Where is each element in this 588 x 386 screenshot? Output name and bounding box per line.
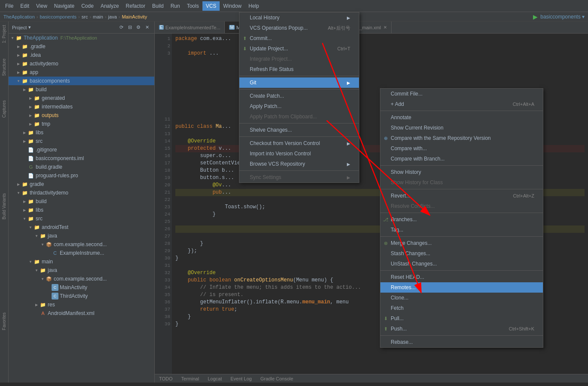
menu-file[interactable]: File <box>2 1 17 11</box>
tab-close-4[interactable]: ✕ <box>383 25 387 30</box>
list-item[interactable]: ▼ 📁 androidTest <box>9 223 154 232</box>
list-item[interactable]: ▶ 📁 build <box>9 197 154 206</box>
menu-view[interactable]: View <box>33 1 51 11</box>
git-show-current-revision[interactable]: Show Current Revision <box>380 123 543 133</box>
sync-btn[interactable]: ⟳ <box>117 24 125 31</box>
vcs-create-patch[interactable]: Create Patch... <box>239 91 359 101</box>
list-item[interactable]: ▼ 📦 com.example.second... <box>9 240 154 249</box>
git-compare-with[interactable]: Compare with... <box>380 143 543 154</box>
vcs-browse-vcs[interactable]: Browse VCS Repository ▶ <box>239 159 359 169</box>
git-compare-branch[interactable]: Compare with Branch... <box>380 154 543 164</box>
todo-tab[interactable]: TODO <box>155 376 177 381</box>
project-dropdown[interactable]: Project ▾ <box>12 25 31 30</box>
list-item[interactable]: ▶ 📁 .gradle <box>9 42 154 51</box>
git-reset-head[interactable]: Reset HEAD... <box>380 272 543 282</box>
list-item[interactable]: ▶ 📁 build <box>9 85 154 94</box>
list-item[interactable]: ▶ 📁 outputs <box>9 111 154 120</box>
vcs-refresh-file-status[interactable]: Refresh File Status <box>239 64 359 74</box>
close-sidebar-btn[interactable]: ✕ <box>143 24 151 31</box>
vcs-apply-patch[interactable]: Apply Patch... <box>239 101 359 111</box>
git-show-history[interactable]: Show History <box>380 167 543 177</box>
vcs-checkout[interactable]: Checkout from Version Control ▶ <box>239 138 359 148</box>
menu-run[interactable]: Run <box>167 1 184 11</box>
git-pull[interactable]: ⬇ Pull... <box>380 313 543 324</box>
event-log-tab[interactable]: Event Log <box>226 376 256 381</box>
breadcrumb-module[interactable]: basiccomponents <box>40 14 77 19</box>
breadcrumb-src[interactable]: src <box>82 14 88 19</box>
git-add[interactable]: + Add Ctrl+Alt+A <box>380 99 543 109</box>
menu-window[interactable]: Window <box>220 1 245 11</box>
logcat-tab[interactable]: Logcat <box>203 376 226 381</box>
structure-tab[interactable]: Structure <box>1 55 7 80</box>
breadcrumb-file[interactable]: MainActivity <box>122 14 147 19</box>
list-item[interactable]: C ExampleInstrume... <box>9 249 154 257</box>
git-clone[interactable]: Clone... <box>380 293 543 303</box>
settings-btn[interactable]: ⚙ <box>135 24 142 31</box>
list-item[interactable]: ▶ 📁 res <box>9 300 154 309</box>
tree-mainactivity[interactable]: C MainActivity <box>9 283 154 292</box>
list-item[interactable]: ▼ 📁 java <box>9 266 154 275</box>
list-item[interactable]: ▶ 📁 src <box>9 137 154 145</box>
git-commit-file[interactable]: Commit File... <box>380 89 543 99</box>
git-remotes[interactable]: Remotes... <box>380 282 543 293</box>
gradle-tab[interactable]: Gradle Console <box>256 376 297 381</box>
menu-tools[interactable]: Tools <box>184 1 202 11</box>
git-branches[interactable]: ⎇ Branches... <box>380 214 543 225</box>
vcs-update-project[interactable]: ⬇ Update Project... Ctrl+T <box>239 43 359 54</box>
list-item[interactable]: ▼ 📁 main <box>9 257 154 266</box>
vcs-import[interactable]: Import into Version Control <box>239 148 359 159</box>
list-item[interactable]: ▼ 📁 thirdactivitydemo <box>9 188 154 197</box>
list-item[interactable]: ▶ 📁 intermediates <box>9 102 154 111</box>
list-item[interactable]: 📄 proguard-rules.pro <box>9 171 154 180</box>
list-item[interactable]: ▶ 📁 activitydemo <box>9 59 154 68</box>
list-item[interactable]: ▶ 📁 libs <box>9 128 154 137</box>
list-item[interactable]: ▶ 📁 app <box>9 68 154 77</box>
terminal-tab[interactable]: Terminal <box>177 376 204 381</box>
breadcrumb-app[interactable]: TheApplication <box>3 14 35 19</box>
list-item[interactable]: G build.gradle <box>9 163 154 171</box>
git-push[interactable]: ⬆ Push... Ctrl+Shift+K <box>380 324 543 334</box>
tree-root[interactable]: ▼ 📁 TheApplication F:\TheApplication <box>9 34 154 42</box>
menu-build[interactable]: Build <box>149 1 167 11</box>
vcs-git[interactable]: Git ▶ <box>239 77 359 88</box>
list-item[interactable]: ▶ 📁 gradle <box>9 180 154 188</box>
list-item[interactable]: ▶ 📁 .idea <box>9 51 154 59</box>
list-item[interactable]: ▼ 📦 com.example.second... <box>9 275 154 283</box>
breadcrumb-java[interactable]: java <box>108 14 117 19</box>
collapse-all-btn[interactable]: ⊟ <box>126 24 134 31</box>
tab-example-instrumented[interactable]: E ExampleInstrumentedTe... <box>155 22 225 34</box>
git-annotate[interactable]: Annotate <box>380 112 543 123</box>
breadcrumb-main[interactable]: main <box>93 14 103 19</box>
list-item[interactable]: ▼ 📁 src <box>9 214 154 223</box>
run-btn[interactable]: ▶ <box>533 13 538 20</box>
project-tab[interactable]: 1: Project <box>1 22 7 46</box>
vcs-operations-popup[interactable]: VCS Operations Popup... Alt+后引号 <box>239 23 359 33</box>
list-item[interactable]: ▶ 📁 generated <box>9 94 154 102</box>
menu-code[interactable]: Code <box>78 1 97 11</box>
list-item[interactable]: C ThirdActivity <box>9 292 154 300</box>
git-revert[interactable]: Revert... Ctrl+Alt+Z <box>380 191 543 201</box>
list-item[interactable]: ▶ 📁 tmp <box>9 120 154 128</box>
list-item[interactable]: ▶ 📁 libs <box>9 206 154 214</box>
favorites-tab[interactable]: Favorites <box>1 309 7 334</box>
menu-analyze[interactable]: Analyze <box>97 1 122 11</box>
vcs-shelve-changes[interactable]: Shelve Changes... <box>239 125 359 135</box>
menu-help[interactable]: Help <box>245 1 263 11</box>
list-item[interactable]: ▼ 📁 java <box>9 232 154 240</box>
git-compare-same-repo[interactable]: ⊕ Compare with the Same Repository Versi… <box>380 133 543 143</box>
menu-refactor[interactable]: Refactor <box>122 1 149 11</box>
vcs-commit[interactable]: ⬆ Commit... <box>239 33 359 43</box>
list-item[interactable]: A AndroidManifest.xml <box>9 309 154 318</box>
git-stash-changes[interactable]: Stash Changes... <box>380 248 543 259</box>
captures-tab[interactable]: Captures <box>1 97 7 121</box>
git-rebase[interactable]: Rebase... <box>380 337 543 347</box>
git-fetch[interactable]: Fetch <box>380 303 543 313</box>
list-item[interactable]: 📄 .gitignore <box>9 145 154 154</box>
breadcrumb-project-selector[interactable]: basiccomponents ▾ <box>540 14 585 20</box>
menu-navigate[interactable]: Navigate <box>51 1 78 11</box>
tree-basiccomponents[interactable]: ▼ 📁 basiccomponents <box>9 77 154 85</box>
vcs-local-history[interactable]: Local History ▶ <box>239 12 359 23</box>
git-tag[interactable]: Tag... <box>380 225 543 235</box>
git-unstash-changes[interactable]: UnStash Changes... <box>380 259 543 269</box>
menu-vcs[interactable]: VCS <box>202 1 220 11</box>
